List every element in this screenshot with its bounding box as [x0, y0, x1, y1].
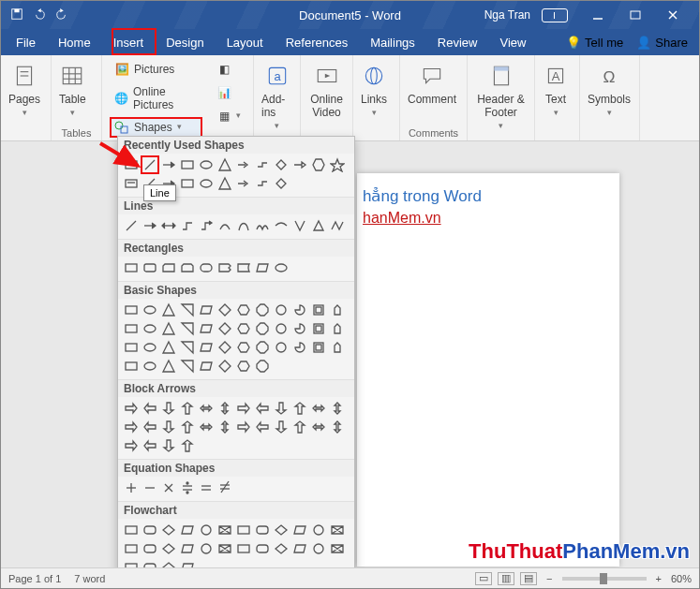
zoom-out-button[interactable]: −: [546, 573, 552, 584]
text-button[interactable]: A Text▾: [543, 59, 569, 117]
shape-item[interactable]: [290, 319, 309, 338]
shape-item[interactable]: [328, 338, 347, 357]
links-button[interactable]: Links▾: [361, 59, 387, 117]
shape-item[interactable]: [122, 174, 141, 193]
shape-item[interactable]: [234, 319, 253, 338]
symbols-button[interactable]: Ω Symbols▾: [588, 59, 631, 117]
close-button[interactable]: [654, 1, 692, 29]
shape-item[interactable]: [159, 338, 178, 357]
shape-item[interactable]: [234, 258, 253, 277]
undo-icon[interactable]: [33, 7, 46, 23]
shape-item[interactable]: [234, 399, 253, 418]
share-link[interactable]: 👤Share: [636, 36, 688, 50]
tab-insert[interactable]: Insert: [102, 29, 156, 55]
shape-item[interactable]: [253, 539, 272, 558]
status-page[interactable]: Page 1 of 1: [8, 573, 61, 584]
shape-item[interactable]: [290, 216, 309, 235]
shape-item[interactable]: [178, 174, 197, 193]
shape-item[interactable]: [122, 301, 141, 319]
shape-item[interactable]: [328, 539, 347, 558]
shape-item[interactable]: [216, 521, 234, 539]
shape-item[interactable]: [141, 357, 159, 375]
online-pictures-button[interactable]: 🌐Online Pictures: [110, 82, 202, 114]
shape-item[interactable]: [159, 357, 178, 375]
shape-item[interactable]: [309, 155, 328, 174]
shape-item[interactable]: [253, 301, 272, 319]
shape-item[interactable]: [234, 418, 253, 436]
shape-item[interactable]: [159, 216, 178, 235]
shape-item[interactable]: [141, 338, 159, 357]
shape-item[interactable]: [272, 319, 290, 338]
shape-item[interactable]: [141, 436, 159, 455]
shape-item[interactable]: [122, 338, 141, 357]
shape-item[interactable]: [141, 418, 159, 436]
shape-item[interactable]: [253, 319, 272, 338]
shape-item[interactable]: [216, 301, 234, 319]
shape-item[interactable]: [216, 155, 234, 174]
shapes-button[interactable]: Shapes ▾: [110, 117, 202, 138]
pictures-button[interactable]: 🖼️Pictures: [110, 59, 202, 80]
shape-item[interactable]: [216, 174, 234, 193]
screenshot-button[interactable]: ▦▾: [212, 106, 246, 126]
smartart-button[interactable]: ◧: [212, 59, 246, 80]
shape-item[interactable]: [234, 338, 253, 357]
shape-item[interactable]: [178, 521, 197, 539]
view-web-icon[interactable]: ▤: [520, 572, 537, 585]
shape-item[interactable]: [178, 301, 197, 319]
shape-item[interactable]: [290, 521, 309, 539]
shape-item[interactable]: [178, 258, 197, 277]
shape-item[interactable]: [197, 338, 216, 357]
shape-item[interactable]: [253, 258, 272, 277]
shape-item[interactable]: [122, 539, 141, 558]
shape-item[interactable]: [272, 301, 290, 319]
pages-button[interactable]: Pages▾: [8, 59, 40, 117]
shape-item[interactable]: [197, 521, 216, 539]
shape-item[interactable]: [216, 479, 234, 497]
tell-me-link[interactable]: 💡Tell me: [566, 36, 623, 50]
shape-item[interactable]: [178, 338, 197, 357]
shape-item[interactable]: [141, 539, 159, 558]
zoom-slider[interactable]: [562, 577, 647, 581]
shape-item[interactable]: [272, 258, 290, 277]
shape-item[interactable]: [328, 155, 347, 174]
shape-item[interactable]: [272, 399, 290, 418]
shape-item[interactable]: [159, 539, 178, 558]
page[interactable]: hẳng trong Word hanMem.vn: [357, 173, 619, 567]
shape-item[interactable]: [234, 155, 253, 174]
online-video-button[interactable]: Online Video: [308, 59, 345, 119]
shape-item[interactable]: [178, 479, 197, 497]
shape-item[interactable]: [197, 301, 216, 319]
minimize-button[interactable]: [579, 1, 617, 29]
shape-item[interactable]: [197, 399, 216, 418]
shape-item[interactable]: [197, 216, 216, 235]
user-name[interactable]: Nga Tran: [484, 8, 530, 22]
shape-item[interactable]: [122, 436, 141, 455]
shape-item[interactable]: [253, 338, 272, 357]
shape-item[interactable]: [234, 301, 253, 319]
shape-item[interactable]: [328, 521, 347, 539]
view-read-icon[interactable]: ▭: [475, 572, 492, 585]
shape-item[interactable]: [178, 539, 197, 558]
shape-item[interactable]: [197, 357, 216, 375]
shape-item[interactable]: [253, 155, 272, 174]
shape-item[interactable]: [216, 418, 234, 436]
shape-item[interactable]: [122, 418, 141, 436]
shape-item[interactable]: [328, 399, 347, 418]
shapes-dropdown[interactable]: Recently Used ShapesLinesRectanglesBasic…: [117, 136, 355, 589]
shape-item[interactable]: [272, 338, 290, 357]
shape-item[interactable]: [122, 155, 141, 174]
shape-item[interactable]: [141, 399, 159, 418]
shape-item[interactable]: [197, 319, 216, 338]
shape-item[interactable]: [159, 436, 178, 455]
shape-item[interactable]: [309, 521, 328, 539]
redo-icon[interactable]: [55, 7, 68, 23]
save-icon[interactable]: [10, 7, 23, 23]
shape-item[interactable]: [141, 258, 159, 277]
shape-item[interactable]: [309, 216, 328, 235]
shape-item[interactable]: [216, 399, 234, 418]
shape-item[interactable]: [178, 399, 197, 418]
tab-home[interactable]: Home: [47, 29, 102, 55]
shape-item[interactable]: [272, 521, 290, 539]
shape-item[interactable]: [272, 174, 290, 193]
shape-item[interactable]: [234, 174, 253, 193]
